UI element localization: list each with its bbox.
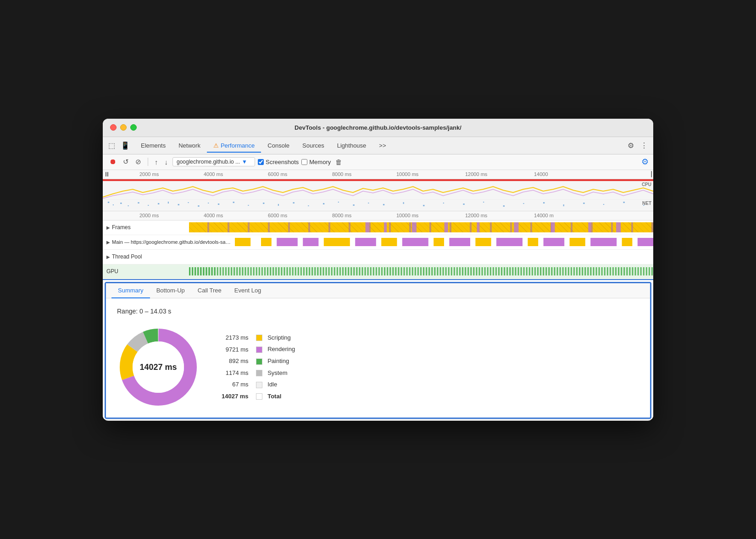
thread-pool-row[interactable]: ▶ Thread Pool [103,250,653,264]
main-ruler-12000: 12000 ms [465,213,487,218]
main-content [235,237,653,247]
devtools-tools-left: ⬚ 📱 [106,139,132,152]
ruler-8000: 8000 ms [332,171,351,177]
idle-value: 67 ms [218,379,252,390]
legend-row-idle: 67 ms Idle [218,379,299,390]
svg-rect-37 [366,222,369,232]
download-button[interactable]: ↓ [163,157,170,167]
net-chart[interactable]: NET [103,199,653,211]
svg-rect-35 [623,202,625,203]
svg-rect-45 [616,222,621,232]
svg-rect-2 [120,203,122,204]
svg-rect-24 [403,202,404,204]
screenshots-checkbox[interactable] [258,159,264,165]
svg-rect-8 [178,204,179,205]
summary-chart-area: 14027 ms 2173 ms Scripting [117,326,639,408]
ruler-14000: 14000 [534,171,548,177]
painting-swatch [256,358,262,365]
svg-rect-44 [588,222,591,232]
tab-bottom-up[interactable]: Bottom-Up [150,283,191,298]
record-button[interactable]: ⏺ [107,157,118,167]
url-filter[interactable]: googlechrome.github.io ... ▼ [172,157,255,166]
svg-rect-7 [168,202,169,204]
tab-more[interactable]: >> [372,139,392,153]
idle-label: Idle [267,381,277,388]
svg-rect-40 [445,222,448,232]
svg-rect-11 [208,203,209,204]
main-ruler-4000: 4000 ms [204,213,223,218]
frames-row[interactable]: ▶ Frames [103,220,653,235]
svg-rect-59 [544,238,565,246]
main-expander[interactable]: ▶ [106,240,110,245]
legend-row-rendering: 9721 ms Rendering [218,343,299,355]
settings-button[interactable]: ⚙ [626,139,636,152]
clear-button[interactable]: ⊘ [133,157,143,167]
ruler-4000: 4000 ms [204,171,223,177]
gpu-content [189,266,653,276]
frames-expander[interactable]: ▶ [106,225,110,230]
bottom-tabs: Summary Bottom-Up Call Tree Event Log [106,283,650,298]
rendering-value: 9721 ms [218,343,252,355]
tab-elements[interactable]: Elements [134,139,172,153]
maximize-button[interactable] [130,124,137,131]
idle-swatch-cell: Idle [252,379,299,390]
tab-console[interactable]: Console [261,139,296,153]
tab-call-tree[interactable]: Call Tree [191,283,228,298]
svg-rect-38 [384,222,387,232]
rendering-label: Rendering [267,346,295,352]
timeline-overview[interactable]: ⏸ 2000 ms 4000 ms 6000 ms 8000 ms 10000 … [103,170,653,211]
svg-rect-34 [603,204,604,205]
donut-center-label: 14027 ms [139,362,177,372]
painting-value: 892 ms [218,355,252,367]
memory-label: Memory [309,159,331,165]
memory-checkbox[interactable] [301,159,307,165]
svg-rect-46 [235,238,250,246]
traffic-lights [110,124,137,131]
painting-swatch-cell: Painting [252,355,299,367]
gc-button[interactable]: 🗑 [334,157,344,167]
svg-rect-53 [402,238,428,246]
overview-ruler: ⏸ 2000 ms 4000 ms 6000 ms 8000 ms 10000 … [103,170,653,179]
svg-rect-3 [128,205,129,206]
tab-network[interactable]: Network [172,139,207,153]
settings-gear[interactable]: ⚙ [641,157,649,167]
svg-rect-19 [323,203,324,204]
gpu-row[interactable]: GPU [103,264,653,279]
ruler-12000: 12000 ms [465,171,487,177]
main-ruler-10000: 10000 ms [396,213,418,218]
thread-pool-expander[interactable]: ▶ [106,254,110,259]
tab-event-log[interactable]: Event Log [228,283,268,298]
cpu-chart[interactable]: CPU [103,181,653,199]
pause-button[interactable]: ⏸ [104,170,110,178]
thread-pool-label: ▶ Thread Pool [106,253,189,260]
scripting-swatch [256,335,262,341]
svg-rect-42 [514,222,518,232]
cursor-tool-button[interactable]: ⬚ [106,139,117,152]
tab-sources[interactable]: Sources [296,139,331,153]
device-toggle-button[interactable]: 📱 [119,139,132,152]
devtools-window: DevTools - googlechrome.github.io/devtoo… [103,119,653,421]
svg-rect-28 [483,202,484,203]
total-swatch-cell: Total [252,390,299,402]
main-strip-svg [235,237,653,247]
more-options-button[interactable]: ⋮ [639,139,650,152]
svg-rect-57 [496,238,523,246]
svg-rect-22 [368,203,369,204]
tab-summary[interactable]: Summary [111,283,150,298]
upload-button[interactable]: ↑ [153,157,160,167]
tab-performance[interactable]: ⚠Performance [207,139,261,153]
svg-rect-17 [293,202,295,204]
memory-toggle: Memory [301,159,331,165]
main-row[interactable]: ▶ Main — https://googlechrome.github.io/… [103,235,653,250]
scripting-label: Scripting [267,334,291,341]
devtools-tools-right: ⚙ ⋮ [626,139,650,152]
idle-swatch [256,382,262,388]
url-dropdown-icon[interactable]: ▼ [242,159,247,165]
minimize-button[interactable] [120,124,127,131]
svg-rect-29 [503,205,505,207]
main-ruler-14000: 14000 m [534,213,554,218]
screenshots-toggle: Screenshots [258,159,299,165]
close-button[interactable] [110,124,117,131]
tab-lighthouse[interactable]: Lighthouse [331,139,373,153]
reload-record-button[interactable]: ↺ [121,157,131,167]
